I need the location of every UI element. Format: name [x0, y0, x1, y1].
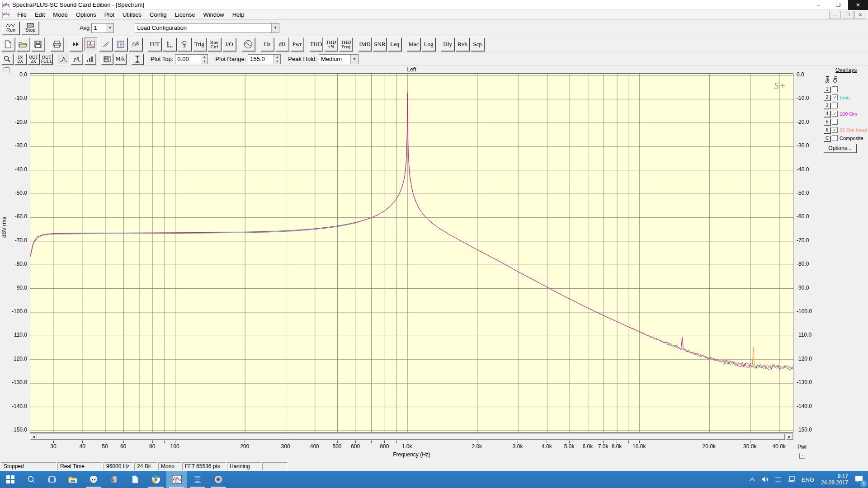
new-file-button[interactable] — [1, 38, 15, 51]
spectrum-plot[interactable]: S+ — [30, 73, 793, 433]
fft-settings-button[interactable]: FFT — [148, 38, 161, 51]
speaker-app-button[interactable] — [208, 471, 229, 488]
reverb-button[interactable]: Rvb — [456, 38, 469, 51]
tray-clock[interactable]: 9:17 24.09.2017 — [817, 471, 852, 488]
spectraplus-taskbar-button[interactable]: SC — [166, 471, 187, 488]
open-file-button[interactable] — [16, 38, 30, 51]
taskbar-search-button[interactable] — [21, 471, 42, 488]
mdi-minimize-button[interactable]: – — [829, 11, 841, 19]
line-plot-style-button[interactable] — [58, 54, 70, 65]
menu-edit[interactable]: Edit — [31, 10, 49, 19]
macro-button[interactable]: Mac — [407, 38, 420, 51]
plot-top-field[interactable]: ▲▼ — [175, 54, 208, 64]
surface-view-button[interactable] — [129, 38, 142, 51]
scroll-left-icon[interactable]: ◀ — [30, 434, 37, 440]
close-button[interactable]: ✕ — [848, 0, 868, 10]
spin-up-icon[interactable]: ▲ — [201, 55, 208, 59]
chevron-down-icon[interactable]: ▼ — [106, 23, 113, 33]
overlay-set-button-4[interactable]: 4 — [824, 111, 830, 117]
plot-range-field[interactable]: ▲▼ — [248, 54, 281, 64]
load-configuration-combobox[interactable]: Load Configuration ▼ — [135, 23, 279, 33]
thd-freq-button[interactable]: THD Freq — [339, 38, 353, 51]
thd-n-button[interactable]: THD +N — [324, 38, 338, 51]
db-units-button[interactable]: dB — [275, 38, 289, 51]
tray-volume-button[interactable] — [758, 471, 772, 488]
scrollbar-thumb[interactable] — [37, 434, 785, 440]
overlay-set-button-5[interactable]: 5 — [824, 119, 830, 125]
database-app-button[interactable] — [187, 471, 208, 488]
tray-expand-button[interactable] — [746, 471, 758, 488]
spectrogram-view-button[interactable] — [114, 38, 127, 51]
thd-button[interactable]: THD — [309, 38, 323, 51]
layout-button[interactable] — [101, 54, 113, 65]
delay-button[interactable]: Dly — [441, 38, 454, 51]
overlay-checkbox-C[interactable] — [832, 135, 838, 141]
save-button[interactable] — [31, 38, 45, 51]
marker-button[interactable]: Mrk — [114, 54, 126, 65]
overlay-checkbox-3[interactable] — [832, 103, 838, 108]
plot-top-input[interactable] — [175, 55, 201, 64]
task-view-button[interactable] — [42, 471, 62, 488]
scroll-right-icon[interactable]: ▶ — [786, 434, 793, 440]
scaling-button[interactable] — [163, 38, 176, 51]
zoom-out-2x-button[interactable]: OUT 2X — [28, 54, 39, 65]
overlay-set-button-1[interactable]: 1 — [824, 86, 830, 93]
tray-database-button[interactable] — [772, 471, 784, 488]
chrome-button[interactable] — [146, 471, 166, 488]
mdi-restore-button[interactable]: ❐ — [842, 11, 854, 19]
notepad-button[interactable] — [125, 471, 146, 488]
overlay-checkbox-4[interactable]: ✓ — [832, 111, 838, 117]
avg-combobox[interactable]: 1 ▼ — [91, 23, 114, 33]
foobar2000-button[interactable] — [83, 471, 104, 488]
collapse-pwr-button[interactable]: - — [799, 453, 805, 459]
phase-view-button[interactable] — [99, 38, 113, 51]
menu-utilities[interactable]: Utilities — [118, 10, 146, 19]
chevron-down-icon[interactable]: ▼ — [350, 55, 358, 64]
tray-language[interactable]: ENG — [798, 471, 817, 488]
menu-mode[interactable]: Mode — [49, 10, 72, 19]
menu-plot[interactable]: Plot — [100, 10, 118, 19]
tray-network-button[interactable] — [784, 471, 798, 488]
step-plot-style-button[interactable] — [71, 54, 83, 65]
stop-button[interactable]: Stop — [22, 21, 39, 35]
spin-up-icon[interactable]: ▲ — [274, 55, 280, 59]
snr-button[interactable]: SNR — [373, 38, 387, 51]
zoom-out-full-button[interactable]: OUT FULL — [41, 54, 52, 65]
audio-device-app-button[interactable] — [104, 471, 125, 488]
chevron-down-icon[interactable]: ▼ — [271, 23, 279, 33]
start-button[interactable] — [0, 471, 21, 488]
file-explorer-button[interactable] — [62, 471, 83, 488]
run-control-button[interactable]: Run Ctrl — [208, 38, 221, 51]
peak-hold-combobox[interactable]: Medium ▼ — [319, 54, 359, 64]
scope-button[interactable]: Scp — [471, 38, 484, 51]
signal-generator-button[interactable] — [241, 38, 255, 51]
menu-license[interactable]: License — [171, 10, 199, 19]
menu-file[interactable]: File — [13, 10, 31, 19]
plot-range-input[interactable] — [248, 55, 274, 64]
run-button[interactable]: Run — [2, 21, 19, 35]
action-center-button[interactable]: 1 — [852, 471, 866, 488]
calibration-button[interactable] — [178, 38, 191, 51]
overlay-set-button-2[interactable]: 2 — [824, 94, 830, 101]
maximize-button[interactable]: ❏ — [828, 0, 848, 10]
print-button[interactable] — [50, 38, 64, 51]
io-button[interactable]: I/O — [222, 38, 236, 51]
overlay-set-button-C[interactable]: C — [824, 135, 830, 141]
bar-plot-style-button[interactable] — [84, 54, 96, 65]
spin-down-icon[interactable]: ▼ — [201, 59, 208, 64]
logging-button[interactable]: Log — [422, 38, 435, 51]
minimize-button[interactable]: – — [808, 0, 828, 10]
menu-config[interactable]: Config — [146, 10, 171, 19]
menu-options[interactable]: Options — [72, 10, 100, 19]
plot-range-tool-button[interactable] — [132, 54, 143, 65]
mdi-close-button[interactable]: ✕ — [854, 11, 866, 19]
overlay-set-button-6[interactable]: 6 — [824, 127, 830, 133]
overlays-options-button[interactable]: Options... — [824, 144, 856, 153]
imd-button[interactable]: IMD — [358, 38, 372, 51]
menu-help[interactable]: Help — [228, 10, 249, 19]
overlay-set-button-3[interactable]: 3 — [824, 103, 830, 109]
power-units-button[interactable]: Pwr — [290, 38, 304, 51]
spectrum-view-button[interactable] — [84, 38, 98, 51]
overlay-checkbox-5[interactable] — [832, 119, 838, 125]
fast-forward-button[interactable] — [69, 38, 83, 51]
